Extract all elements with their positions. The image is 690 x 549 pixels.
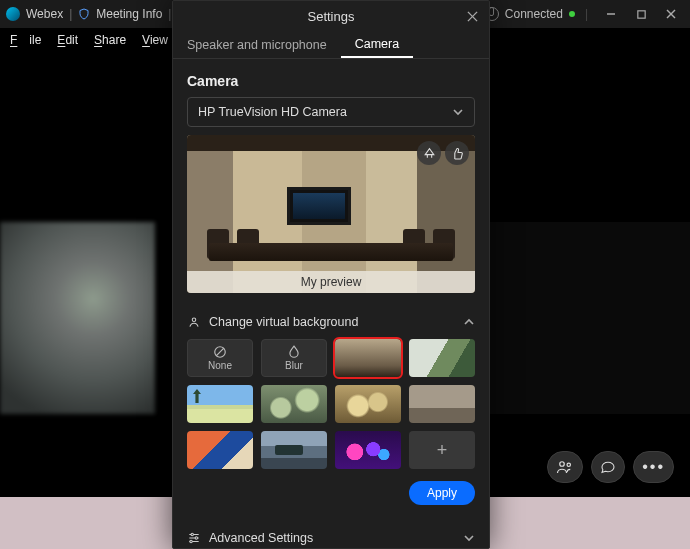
plus-icon: + [437, 441, 448, 459]
chevron-down-icon [463, 532, 475, 544]
bg-add-button[interactable]: + [409, 431, 475, 469]
maximize-button[interactable] [628, 4, 654, 24]
shield-icon [78, 8, 90, 20]
svg-point-11 [192, 318, 196, 322]
webex-logo-icon [6, 7, 20, 21]
more-options-button[interactable]: ••• [633, 451, 674, 483]
svg-point-5 [567, 463, 570, 466]
panel-title: Settings [308, 9, 355, 24]
blur-icon [287, 345, 301, 359]
apply-button[interactable]: Apply [409, 481, 475, 505]
sliders-icon [187, 531, 201, 545]
bg-option-blur[interactable]: Blur [261, 339, 327, 377]
bg-thumb-cafe[interactable] [261, 431, 327, 469]
chevron-down-icon [452, 106, 464, 118]
background-grid: None Blur + [187, 339, 475, 469]
preview-rotate-button[interactable] [417, 141, 441, 165]
user-bg-icon [187, 315, 201, 329]
bg-none-label: None [208, 360, 232, 371]
chevron-up-icon [463, 316, 475, 328]
preview-label: My preview [187, 271, 475, 293]
participants-button[interactable] [547, 451, 583, 483]
camera-preview: My preview [187, 135, 475, 293]
bg-thumb-beach[interactable] [187, 385, 253, 423]
bg-thumb-shapes[interactable] [187, 431, 253, 469]
svg-marker-8 [425, 148, 434, 154]
bg-option-none[interactable]: None [187, 339, 253, 377]
connection-status: Connected [485, 7, 575, 21]
bg-blur-label: Blur [285, 360, 303, 371]
menu-view[interactable]: View [136, 31, 174, 49]
camera-select[interactable]: HP TrueVision HD Camera [187, 97, 475, 127]
bg-thumb-ferns[interactable] [409, 339, 475, 377]
menu-share[interactable]: Share [88, 31, 132, 49]
bg-thumb-loft[interactable] [409, 385, 475, 423]
tab-camera[interactable]: Camera [341, 31, 413, 58]
panel-header: Settings [173, 1, 489, 31]
camera-select-value: HP TrueVision HD Camera [198, 105, 347, 119]
bg-thumb-bokeh-green[interactable] [261, 385, 327, 423]
virtual-background-expander[interactable]: Change virtual background [187, 315, 475, 329]
bg-thumb-bokeh-gold[interactable] [335, 385, 401, 423]
brand-label: Webex [26, 7, 63, 21]
advanced-label: Advanced Settings [209, 531, 313, 545]
svg-point-17 [191, 533, 193, 535]
status-dot-icon [569, 11, 575, 17]
svg-point-4 [560, 462, 565, 467]
preview-thumbs-button[interactable] [445, 141, 469, 165]
panel-tabs: Speaker and microphone Camera [173, 31, 489, 59]
chat-button[interactable] [591, 451, 625, 483]
none-icon [213, 345, 227, 359]
bg-thumb-office[interactable] [335, 339, 401, 377]
connected-label: Connected [505, 7, 563, 21]
svg-line-13 [216, 348, 224, 356]
settings-panel: Settings Speaker and microphone Camera C… [172, 0, 490, 549]
svg-rect-1 [637, 10, 644, 17]
menu-file[interactable]: File [4, 31, 47, 49]
svg-point-18 [195, 537, 197, 539]
menu-edit[interactable]: Edit [51, 31, 84, 49]
floating-action-bar: ••• [547, 451, 674, 483]
bg-thumb-space[interactable] [335, 431, 401, 469]
app-window: Webex | Meeting Info | H Connected | [0, 0, 690, 549]
panel-close-button[interactable] [463, 7, 481, 25]
minimize-button[interactable] [598, 4, 624, 24]
video-tile-dark [490, 222, 690, 414]
camera-heading: Camera [187, 73, 475, 89]
svg-point-19 [190, 540, 192, 542]
advanced-settings-expander[interactable]: Advanced Settings [187, 531, 475, 545]
vbg-label: Change virtual background [209, 315, 358, 329]
meeting-info-label[interactable]: Meeting Info [96, 7, 162, 21]
video-tile-blurred [0, 222, 155, 414]
close-button[interactable] [658, 4, 684, 24]
tab-speaker-mic[interactable]: Speaker and microphone [173, 31, 341, 58]
